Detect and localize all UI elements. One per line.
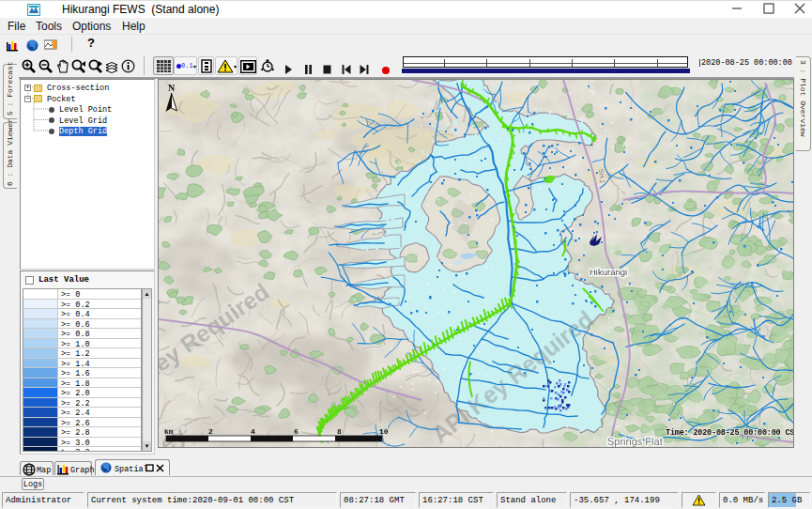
svg-text:N: N: [168, 83, 176, 93]
svg-text:?: ?: [87, 36, 95, 49]
svg-text:8: 8: [337, 427, 342, 436]
svg-text:6: 6: [294, 427, 299, 436]
svg-text:Springs Flat: Springs Flat: [607, 436, 663, 447]
svg-text:10: 10: [379, 427, 389, 436]
svg-text:4: 4: [251, 427, 255, 436]
svg-text:2: 2: [208, 427, 213, 436]
svg-text:Hikurangi: Hikurangi: [590, 267, 627, 277]
svg-text:km: km: [164, 427, 174, 436]
svg-text:Time: 2020-08-25 00:00:00 CST: Time: 2020-08-25 00:00:00 CST: [666, 428, 793, 438]
svg-text:SH 1: SH 1: [598, 168, 605, 183]
